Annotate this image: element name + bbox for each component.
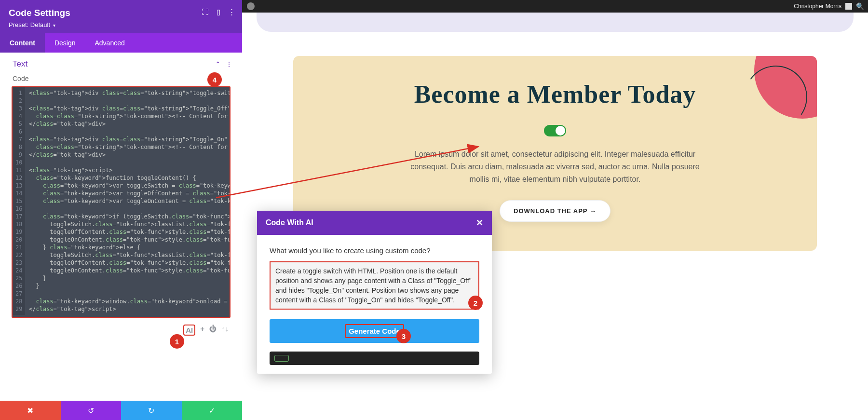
wp-logo-icon[interactable] xyxy=(247,2,255,10)
avatar[interactable] xyxy=(845,3,852,10)
close-icon[interactable]: ✕ xyxy=(476,217,483,228)
line-numbers: 1234567891011121314151617181920212223242… xyxy=(13,87,25,315)
column-icon[interactable]: ▯ xyxy=(217,8,220,16)
code-label: Code xyxy=(0,72,242,86)
cta-button[interactable]: DOWNLOAD THE APP → xyxy=(500,200,610,222)
annotation-badge-2: 2 xyxy=(468,296,483,310)
ai-modal-title: Code With AI xyxy=(266,218,313,227)
result-bar xyxy=(270,352,479,365)
annotation-badge-4: 4 xyxy=(207,72,222,87)
code-editor[interactable]: 1234567891011121314151617181920212223242… xyxy=(12,86,231,318)
search-icon[interactable]: 🔍 xyxy=(856,2,864,10)
header-icons: ⛶ ▯ ⋮ xyxy=(202,8,235,16)
ai-prompt-textarea[interactable]: Create a toggle switch with HTML. Positi… xyxy=(270,261,479,310)
save-button[interactable]: ✓ xyxy=(182,401,243,420)
cancel-button[interactable]: ✖ xyxy=(0,401,61,420)
sort-button[interactable]: ↑↓ xyxy=(221,325,229,336)
panel-title: Code Settings xyxy=(9,8,233,18)
more-icon[interactable]: ⋮ xyxy=(228,8,235,16)
section-header: Text ⌃ ⋮ xyxy=(0,53,242,72)
annotation-badge-3: 3 xyxy=(396,329,411,343)
ai-prompt-label: What would you like to create using cust… xyxy=(270,246,479,255)
ai-modal: Code With AI ✕ What would you like to cr… xyxy=(257,211,492,374)
focus-icon[interactable]: ⛶ xyxy=(202,8,209,16)
code-toolbar: AI + ⏻ ↑↓ xyxy=(0,318,242,336)
admin-username[interactable]: Christopher Morris xyxy=(794,3,841,10)
bottom-bar: ✖ ↺ ↻ ✓ xyxy=(0,401,242,420)
add-button[interactable]: + xyxy=(200,325,204,336)
collapse-icon[interactable]: ⌃ xyxy=(215,60,221,68)
preset-selector[interactable]: Preset: Default ▾ xyxy=(9,21,233,28)
ai-button[interactable]: AI xyxy=(183,325,195,336)
hero-top xyxy=(242,13,868,42)
hero-text: Lorem ipsum dolor sit amet, consectetur … xyxy=(401,148,709,186)
toggle-switch[interactable] xyxy=(544,125,566,136)
undo-button[interactable]: ↺ xyxy=(61,401,122,420)
chevron-down-icon: ▾ xyxy=(53,23,55,28)
toggle-knob xyxy=(556,126,565,135)
tab-content[interactable]: Content xyxy=(0,33,45,53)
panel-header: Code Settings Preset: Default ▾ ⛶ ▯ ⋮ xyxy=(0,0,242,33)
section-title: Text xyxy=(13,59,27,69)
redo-button[interactable]: ↻ xyxy=(121,401,182,420)
settings-panel: Code Settings Preset: Default ▾ ⛶ ▯ ⋮ Co… xyxy=(0,0,242,420)
tab-advanced[interactable]: Advanced xyxy=(85,33,134,53)
code-content[interactable]: <class="tok-tag">div class=class="tok-st… xyxy=(25,87,231,315)
generate-button[interactable]: Generate Code xyxy=(270,319,479,343)
power-button[interactable]: ⏻ xyxy=(209,325,217,336)
ai-modal-header: Code With AI ✕ xyxy=(257,211,492,235)
tabs: Content Design Advanced xyxy=(0,33,242,53)
result-pill xyxy=(274,355,289,362)
annotation-badge-1: 1 xyxy=(170,334,184,349)
hero-top-shape xyxy=(257,13,854,32)
section-more-icon[interactable]: ⋮ xyxy=(226,60,232,68)
wp-admin-bar: Christopher Morris 🔍 xyxy=(242,0,868,13)
tab-design[interactable]: Design xyxy=(45,33,85,53)
hero-title: Become a Member Today xyxy=(322,80,788,108)
